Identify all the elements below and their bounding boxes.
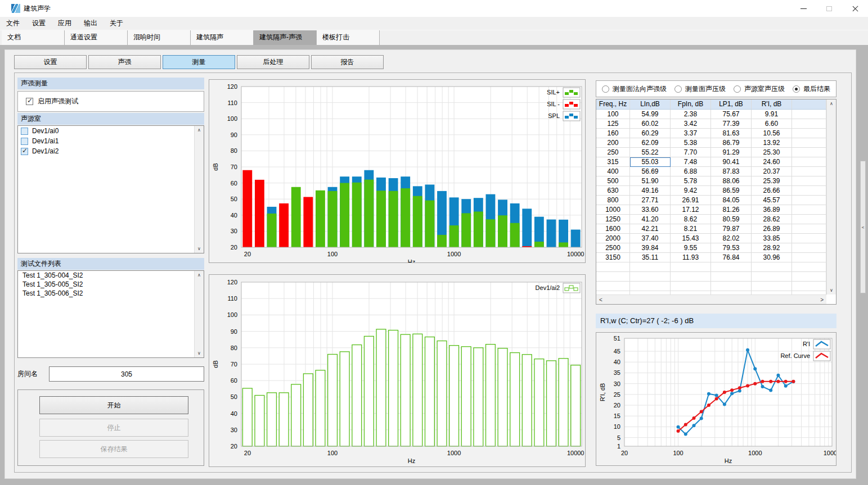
table-cell[interactable] — [792, 196, 826, 205]
table-cell[interactable]: 400 — [596, 167, 630, 176]
channel-item-1[interactable]: Dev1/ai1 — [18, 136, 204, 146]
sub-tab-0[interactable]: 设置 — [14, 55, 87, 69]
table-cell[interactable]: 15.43 — [671, 234, 711, 243]
table-cell[interactable]: 630 — [596, 186, 630, 196]
table-cell[interactable] — [792, 129, 826, 138]
table-cell[interactable] — [596, 282, 630, 291]
table-cell[interactable]: 54.99 — [630, 110, 671, 119]
table-cell[interactable]: 90.41 — [711, 157, 752, 167]
table-cell[interactable]: 7.48 — [671, 157, 711, 167]
file-item-2[interactable]: Test 1_305-006_SI2 — [18, 289, 204, 298]
sub-tab-2[interactable]: 测量 — [163, 55, 235, 69]
channel-checkbox[interactable] — [21, 148, 28, 155]
table-cell[interactable] — [596, 272, 630, 282]
menu-item-4[interactable]: 关于 — [104, 17, 129, 30]
table-cell[interactable]: 55.03 — [630, 157, 671, 167]
table-cell[interactable]: 27.71 — [630, 196, 671, 205]
table-cell[interactable] — [792, 148, 826, 157]
table-cell[interactable]: 500 — [596, 176, 630, 186]
table-cell[interactable] — [792, 253, 826, 262]
table-cell[interactable]: 76.84 — [711, 253, 752, 262]
table-cell[interactable] — [630, 282, 671, 291]
enable-intensity-checkbox[interactable] — [26, 98, 33, 105]
table-cell[interactable]: 62.09 — [630, 138, 671, 148]
table-cell[interactable]: 2.38 — [671, 110, 711, 119]
radio-item-2[interactable]: 声源室声压级 — [734, 84, 785, 94]
table-cell[interactable]: 86.59 — [711, 186, 752, 196]
panel-collapse-handle[interactable] — [860, 161, 866, 293]
sub-tab-3[interactable]: 后处理 — [237, 55, 309, 69]
table-cell[interactable] — [792, 110, 826, 119]
table-cell[interactable]: 86.79 — [711, 138, 752, 148]
table-cell[interactable]: 2500 — [596, 243, 630, 253]
table-cell[interactable] — [711, 282, 752, 291]
channel-list-scrollbar[interactable] — [194, 126, 204, 253]
table-cell[interactable] — [752, 272, 792, 282]
radio-control[interactable] — [674, 85, 682, 93]
table-cell[interactable] — [792, 205, 826, 215]
table-cell[interactable] — [792, 282, 826, 291]
table-cell[interactable]: 25.39 — [752, 176, 792, 186]
table-cell[interactable] — [630, 262, 671, 272]
menu-item-2[interactable]: 应用 — [52, 17, 78, 30]
action-button-0[interactable]: 开始 — [39, 396, 188, 414]
table-cell[interactable] — [671, 282, 711, 291]
table-cell[interactable]: 55.22 — [630, 148, 671, 157]
table-cell[interactable]: 20.37 — [752, 167, 792, 176]
main-tab-2[interactable]: 混响时间 — [128, 30, 191, 45]
table-cell[interactable]: 28.92 — [752, 243, 792, 253]
table-cell[interactable]: 3150 — [596, 253, 630, 262]
table-cell[interactable]: 82.02 — [711, 234, 752, 243]
table-cell[interactable] — [792, 186, 826, 196]
main-tab-3[interactable]: 建筑隔声 — [191, 30, 254, 45]
table-cell[interactable]: 8.62 — [671, 215, 711, 224]
table-cell[interactable]: 33.60 — [630, 205, 671, 215]
table-cell[interactable]: 11.93 — [671, 253, 711, 262]
table-cell[interactable] — [792, 243, 826, 253]
table-cell[interactable]: 1600 — [596, 224, 630, 234]
table-cell[interactable]: 2000 — [596, 234, 630, 243]
table-cell[interactable]: 13.92 — [752, 138, 792, 148]
table-horizontal-scrollbar[interactable] — [596, 294, 826, 304]
table-cell[interactable]: 5.78 — [671, 176, 711, 186]
table-cell[interactable] — [671, 262, 711, 272]
table-cell[interactable]: 30.96 — [752, 253, 792, 262]
table-cell[interactable]: 315 — [596, 157, 630, 167]
table-cell[interactable]: 79.87 — [711, 224, 752, 234]
table-cell[interactable]: 26.91 — [671, 196, 711, 205]
main-tab-4[interactable]: 建筑隔声-声强 — [254, 30, 317, 45]
table-cell[interactable]: 125 — [596, 119, 630, 129]
table-cell[interactable]: 7.70 — [671, 148, 711, 157]
table-cell[interactable]: 17.12 — [671, 205, 711, 215]
table-cell[interactable] — [792, 157, 826, 167]
table-cell[interactable] — [792, 119, 826, 129]
file-list-scrollbar[interactable] — [194, 271, 204, 357]
table-cell[interactable]: 9.42 — [671, 186, 711, 196]
action-button-1[interactable]: 停止 — [39, 419, 188, 437]
table-cell[interactable]: 81.63 — [711, 129, 752, 138]
table-cell[interactable] — [752, 282, 792, 291]
table-cell[interactable]: 26.89 — [752, 224, 792, 234]
table-cell[interactable] — [711, 262, 752, 272]
radio-item-0[interactable]: 测量面法向声强级 — [602, 84, 667, 94]
table-cell[interactable] — [596, 262, 630, 272]
sub-tab-1[interactable]: 声强 — [88, 55, 161, 69]
table-cell[interactable]: 5.38 — [671, 138, 711, 148]
table-cell[interactable]: 9.91 — [752, 110, 792, 119]
maximize-button[interactable] — [816, 0, 842, 17]
table-vertical-scrollbar[interactable] — [826, 99, 836, 294]
table-cell[interactable] — [752, 262, 792, 272]
room-name-input[interactable] — [49, 366, 204, 382]
table-cell[interactable]: 45.57 — [752, 196, 792, 205]
table-cell[interactable]: 33.85 — [752, 234, 792, 243]
sub-tab-4[interactable]: 报告 — [311, 55, 384, 69]
table-cell[interactable] — [711, 272, 752, 282]
table-cell[interactable]: 24.60 — [752, 157, 792, 167]
table-cell[interactable]: 80.59 — [711, 215, 752, 224]
table-cell[interactable]: 81.26 — [711, 205, 752, 215]
menu-item-1[interactable]: 设置 — [26, 17, 52, 30]
table-cell[interactable]: 88.06 — [711, 176, 752, 186]
table-cell[interactable]: 37.40 — [630, 234, 671, 243]
table-cell[interactable]: 6.88 — [671, 167, 711, 176]
table-cell[interactable]: 9.55 — [671, 243, 711, 253]
